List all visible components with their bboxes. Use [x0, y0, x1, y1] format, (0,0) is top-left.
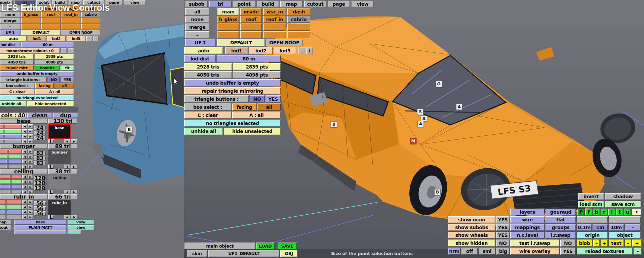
- lfs-editor-screen: LFS S3 UF: [0, 0, 644, 258]
- selection-badge-a[interactable]: A: [417, 121, 424, 127]
- selection-badge-a[interactable]: A: [456, 104, 462, 110]
- selection-badge-b[interactable]: B: [331, 121, 337, 127]
- selection-badge-o[interactable]: O: [436, 81, 442, 87]
- selection-badge-m[interactable]: M: [410, 138, 416, 144]
- selection-badge-b[interactable]: B: [434, 189, 441, 195]
- mouse-cursor: [173, 78, 179, 85]
- selection-badge-s[interactable]: S: [417, 109, 424, 115]
- selection-badge-b[interactable]: B: [126, 127, 132, 133]
- video-title: LFS Editor View Controls: [1, 3, 110, 13]
- model-badges: OASAAMBBB: [0, 0, 644, 258]
